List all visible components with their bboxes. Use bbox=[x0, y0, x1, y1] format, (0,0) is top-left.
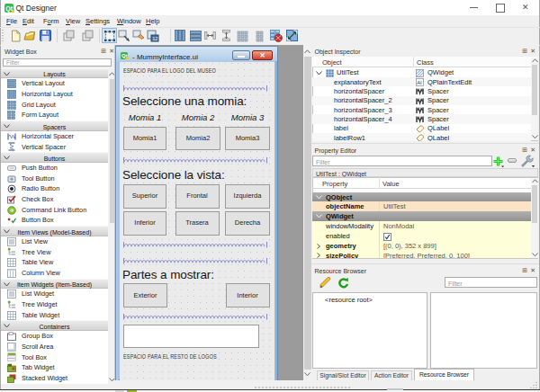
svg-text:Al: Al bbox=[417, 80, 421, 85]
svg-text:12: 12 bbox=[152, 36, 158, 41]
